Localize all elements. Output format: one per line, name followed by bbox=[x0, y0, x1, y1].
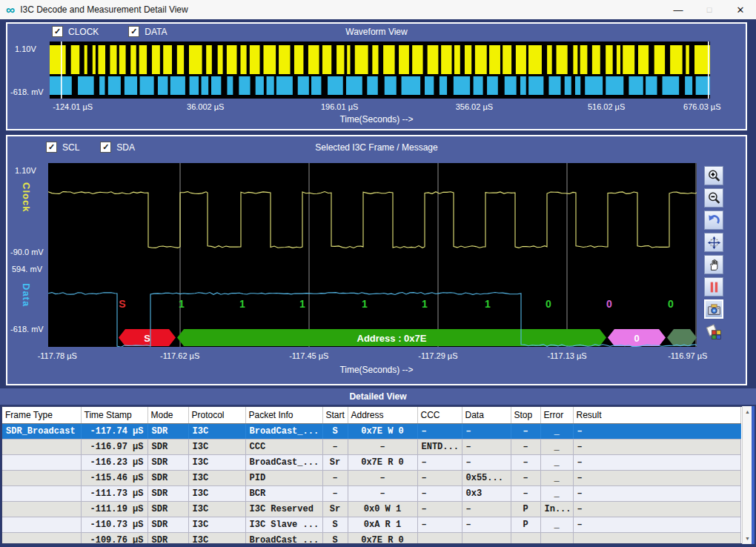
table-row[interactable]: -111.19 µSSDRI3CI3C ReservedSr0x0 W 1––P… bbox=[2, 502, 740, 517]
column-header[interactable]: Stop bbox=[511, 407, 540, 424]
table-cell bbox=[2, 440, 81, 455]
table-cell: – bbox=[462, 517, 511, 533]
zoom-in-icon bbox=[707, 169, 721, 183]
table-cell: – bbox=[573, 440, 740, 455]
data-axis-label: Data bbox=[21, 283, 32, 307]
table-cell: I3C bbox=[188, 455, 245, 471]
minimize-button[interactable]: — bbox=[663, 0, 694, 19]
svg-text:1: 1 bbox=[239, 298, 245, 310]
table-row[interactable]: -116.23 µSSDRI3CBroadCast_...Sr0x7E R 0–… bbox=[2, 455, 740, 471]
palette-button[interactable] bbox=[704, 322, 723, 341]
table-cell: S bbox=[322, 424, 348, 440]
time-tick: -116.97 µS bbox=[668, 351, 707, 360]
palette-icon bbox=[705, 322, 723, 340]
column-header[interactable]: Error bbox=[540, 407, 573, 424]
table-cell: SDR bbox=[147, 502, 188, 517]
pause-button[interactable] bbox=[704, 277, 723, 296]
time-tick: 676.03 µS bbox=[683, 102, 720, 111]
column-header[interactable]: Frame Type bbox=[2, 407, 81, 424]
table-cell: I3C bbox=[188, 424, 245, 440]
mid-x-axis-label: Time(Seconds) --> bbox=[7, 365, 746, 375]
top-y-max-label: 1.10V bbox=[15, 44, 36, 53]
waveform-checkbox-clock[interactable]: ✓CLOCK bbox=[52, 26, 99, 37]
frame-checkbox-scl[interactable]: ✓SCL bbox=[46, 142, 79, 153]
mid-data-max-label: 594. mV bbox=[12, 265, 42, 274]
table-row[interactable]: -110.73 µSSDRI3CI3C Slave ...S0xA R 1––P… bbox=[2, 517, 740, 533]
table-cell: BroadCast_... bbox=[245, 455, 322, 471]
window-content: Waveform View ✓CLOCK✓DATA 1.10V -618. mV… bbox=[0, 19, 756, 547]
table-cell: – bbox=[511, 471, 540, 486]
table-row[interactable]: -116.97 µSSDRI3CCCC––ENTD...––_– bbox=[2, 440, 740, 455]
table-cell: BCR bbox=[245, 486, 322, 502]
time-tick: -117.78 µS bbox=[38, 351, 77, 360]
table-cell: -116.23 µS bbox=[81, 455, 147, 471]
svg-text:1: 1 bbox=[299, 298, 305, 310]
table-cell: – bbox=[322, 440, 348, 455]
undo-button[interactable] bbox=[704, 210, 723, 230]
table-cell: I3C bbox=[188, 533, 245, 545]
table-cell: – bbox=[322, 471, 348, 486]
waveform-checkbox-data[interactable]: ✓DATA bbox=[128, 26, 167, 37]
table-cell bbox=[511, 533, 540, 545]
table-cell: -116.97 µS bbox=[81, 440, 147, 455]
table-cell: – bbox=[462, 502, 511, 517]
camera-button[interactable] bbox=[704, 299, 723, 319]
table-cell bbox=[2, 471, 81, 486]
table-row[interactable]: SDR_Broadcast-117.74 µSSDRI3CBroadCast_.… bbox=[2, 424, 740, 440]
table-cell: S bbox=[322, 533, 348, 545]
table-scrollbar[interactable]: ▲ ▼ bbox=[742, 406, 755, 544]
table-cell: SDR bbox=[147, 471, 188, 486]
table-cell: – bbox=[511, 455, 540, 471]
frame-waveform-plot[interactable]: SAddress : 0x7E0S111111000 bbox=[48, 163, 697, 347]
table-cell: – bbox=[417, 424, 462, 440]
table-cell: _ bbox=[540, 455, 573, 471]
mid-data-min-label: -618. mV bbox=[10, 325, 44, 334]
table-cell: – bbox=[573, 471, 740, 486]
table-row[interactable]: -115.46 µSSDRI3CPID–––0x55...–_– bbox=[2, 471, 740, 486]
column-header[interactable]: Result bbox=[573, 407, 740, 424]
table-cell bbox=[2, 502, 81, 517]
hand-button[interactable] bbox=[704, 255, 723, 274]
column-header[interactable]: Time Stamp bbox=[81, 407, 147, 424]
column-header[interactable]: Packet Info bbox=[245, 407, 322, 424]
table-row[interactable]: -111.73 µSSDRI3CBCR–––0x3–_– bbox=[2, 486, 740, 502]
table-cell: – bbox=[417, 517, 462, 533]
frame-checkbox-sda[interactable]: ✓SDA bbox=[100, 142, 135, 153]
pan-button[interactable] bbox=[704, 233, 723, 252]
table-cell: PID bbox=[245, 471, 322, 486]
table-cell: – bbox=[573, 517, 740, 533]
table-cell: 0x7E R 0 bbox=[348, 533, 417, 545]
table-cell: I3C Reserved bbox=[245, 502, 322, 517]
top-x-axis-label: Time(Seconds) --> bbox=[7, 114, 746, 125]
overview-waveform-plot[interactable] bbox=[50, 42, 710, 99]
zoom-out-button[interactable] bbox=[704, 188, 723, 208]
decode-table-wrap: Frame TypeTime StampModeProtocolPacket I… bbox=[1, 406, 755, 544]
table-cell: BroadCast_... bbox=[245, 424, 322, 440]
table-row[interactable]: -109.76 µSSDRI3CBroadCast_...S0x7E R 0 bbox=[2, 533, 740, 545]
close-button[interactable]: ✕ bbox=[725, 0, 756, 19]
table-cell: _ bbox=[540, 486, 573, 502]
svg-text:S: S bbox=[119, 298, 125, 310]
maximize-button[interactable]: □ bbox=[694, 0, 725, 19]
column-header[interactable]: Start bbox=[322, 407, 348, 424]
zoom-in-button[interactable] bbox=[704, 166, 723, 185]
time-tick: -117.13 µS bbox=[547, 351, 586, 360]
column-header[interactable]: Data bbox=[462, 407, 511, 424]
table-cell: I3C Slave ... bbox=[245, 517, 322, 533]
table-cell: – bbox=[417, 455, 462, 471]
column-header[interactable]: CCC bbox=[417, 407, 462, 424]
decode-table: Frame TypeTime StampModeProtocolPacket I… bbox=[2, 407, 741, 544]
overview-waveform-svg bbox=[50, 42, 710, 99]
table-cell: In... bbox=[540, 502, 573, 517]
column-header[interactable]: Mode bbox=[147, 407, 188, 424]
checkbox-label: CLOCK bbox=[68, 27, 99, 37]
hand-icon bbox=[707, 258, 721, 272]
time-tick: 36.002 µS bbox=[187, 102, 224, 111]
column-header[interactable]: Address bbox=[348, 407, 417, 424]
column-header[interactable]: Protocol bbox=[188, 407, 245, 424]
table-cell bbox=[2, 533, 81, 545]
table-cell: SDR bbox=[147, 533, 188, 545]
table-cell: -109.76 µS bbox=[81, 533, 147, 545]
frame-waveform-svg: SAddress : 0x7E0S111111000 bbox=[48, 163, 697, 347]
clock-axis-label: Clock bbox=[21, 182, 32, 212]
